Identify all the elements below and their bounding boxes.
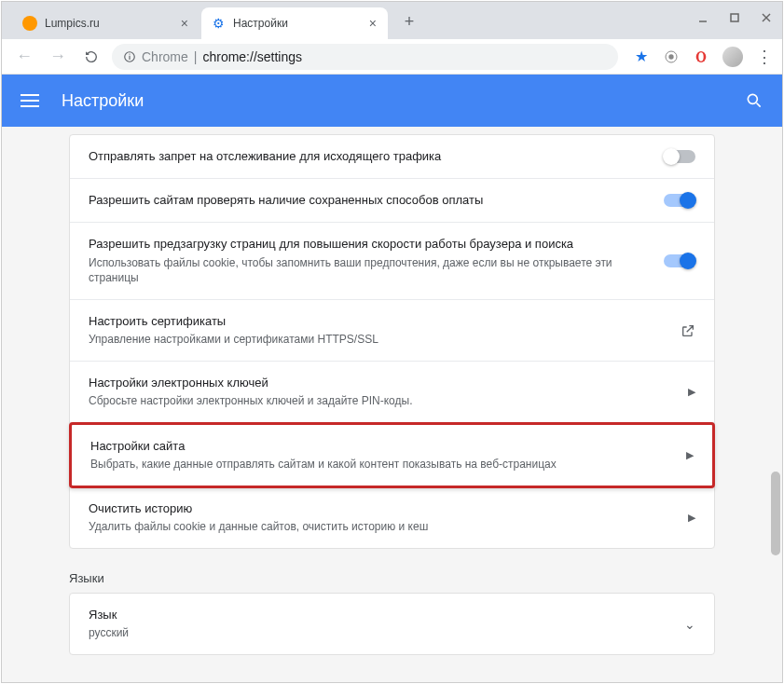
setting-title: Разрешить предзагрузку страниц для повыш…	[89, 236, 649, 253]
setting-preload[interactable]: Разрешить предзагрузку страниц для повыш…	[70, 223, 714, 300]
tab-title: Lumpics.ru	[45, 17, 100, 30]
section-languages-title: Языки	[69, 571, 715, 585]
address-bar: ← → Chrome | chrome://settings ★ ⋮	[2, 39, 782, 75]
search-button[interactable]	[745, 91, 763, 110]
toggle-payment-check[interactable]	[664, 194, 695, 207]
reload-button[interactable]	[78, 44, 104, 70]
maximize-button[interactable]	[728, 11, 741, 24]
settings-header: Настройки	[2, 75, 782, 127]
setting-site-settings[interactable]: Настройки сайта Выбрать, какие данные от…	[69, 422, 715, 488]
favicon-lumpics-icon	[22, 16, 37, 31]
setting-subtitle: Использовать файлы cookie, чтобы запомни…	[89, 255, 649, 287]
tab-settings[interactable]: ⚙ Настройки ×	[201, 7, 388, 39]
setting-title: Настройки электронных ключей	[89, 375, 673, 391]
external-link-icon	[681, 323, 695, 338]
setting-clear-history[interactable]: Очистить историю Удалить файлы cookie и …	[70, 487, 714, 548]
setting-title: Очистить историю	[89, 500, 673, 517]
setting-title: Настройки сайта	[90, 438, 671, 455]
extension-yandex-icon[interactable]	[663, 48, 680, 65]
setting-certificates[interactable]: Настроить сертификаты Управление настрой…	[70, 300, 714, 362]
menu-hamburger-button[interactable]	[21, 94, 39, 107]
menu-button[interactable]: ⋮	[756, 48, 773, 65]
url-input[interactable]: Chrome | chrome://settings	[112, 44, 618, 70]
setting-subtitle: Управление настройками и сертификатами H…	[89, 332, 666, 348]
minimize-button[interactable]	[696, 11, 709, 24]
new-tab-button[interactable]: +	[395, 7, 423, 35]
profile-avatar[interactable]	[722, 47, 743, 67]
content-area: Отправлять запрет на отслеживание для ис…	[2, 127, 782, 682]
chevron-right-icon: ▶	[686, 449, 694, 461]
tab-bar: Lumpics.ru × ⚙ Настройки × +	[2, 2, 782, 39]
toggle-do-not-track[interactable]	[664, 150, 695, 163]
language-value: русский	[89, 625, 684, 641]
svg-point-11	[748, 94, 757, 103]
setting-payment-check[interactable]: Разрешить сайтам проверять наличие сохра…	[70, 179, 714, 223]
privacy-card: Отправлять запрет на отслеживание для ис…	[69, 134, 715, 549]
chevron-down-icon: ⌄	[684, 617, 695, 632]
svg-line-12	[757, 103, 761, 107]
svg-rect-1	[731, 14, 738, 21]
chevron-right-icon: ▶	[688, 512, 695, 524]
close-button[interactable]	[760, 11, 773, 24]
setting-title: Отправлять запрет на отслеживание для ис…	[89, 148, 649, 165]
favicon-settings-icon: ⚙	[211, 16, 226, 31]
svg-point-6	[129, 53, 130, 54]
setting-subtitle: Выбрать, какие данные отправлять сайтам …	[90, 457, 671, 472]
language-row[interactable]: Язык русский ⌄	[69, 593, 715, 655]
setting-security-keys[interactable]: Настройки электронных ключей Сбросьте на…	[70, 362, 714, 423]
svg-point-8	[668, 54, 673, 59]
forward-button[interactable]: →	[45, 44, 71, 70]
setting-title: Разрешить сайтам проверять наличие сохра…	[89, 192, 649, 209]
tab-close-button[interactable]: ×	[179, 14, 190, 33]
tab-lumpics[interactable]: Lumpics.ru ×	[13, 7, 199, 39]
setting-subtitle: Сбросьте настройки электронных ключей и …	[89, 393, 673, 409]
url-path: chrome://settings	[202, 49, 302, 64]
tab-close-button[interactable]: ×	[367, 14, 378, 33]
setting-subtitle: Удалить файлы cookie и данные сайтов, оч…	[89, 519, 673, 535]
language-label: Язык	[89, 607, 684, 623]
bookmark-star-icon[interactable]: ★	[633, 48, 650, 65]
toggle-preload[interactable]	[664, 254, 695, 267]
setting-title: Настроить сертификаты	[89, 313, 666, 330]
scrollbar-thumb[interactable]	[771, 472, 780, 555]
setting-do-not-track[interactable]: Отправлять запрет на отслеживание для ис…	[70, 135, 714, 179]
page-title: Настройки	[62, 91, 745, 111]
url-prefix: Chrome	[142, 49, 188, 64]
info-icon	[123, 50, 136, 63]
tab-title: Настройки	[233, 17, 288, 30]
back-button[interactable]: ←	[11, 44, 37, 70]
chevron-right-icon: ▶	[688, 386, 695, 398]
svg-point-10	[698, 52, 703, 61]
extension-opera-icon[interactable]	[693, 48, 709, 65]
